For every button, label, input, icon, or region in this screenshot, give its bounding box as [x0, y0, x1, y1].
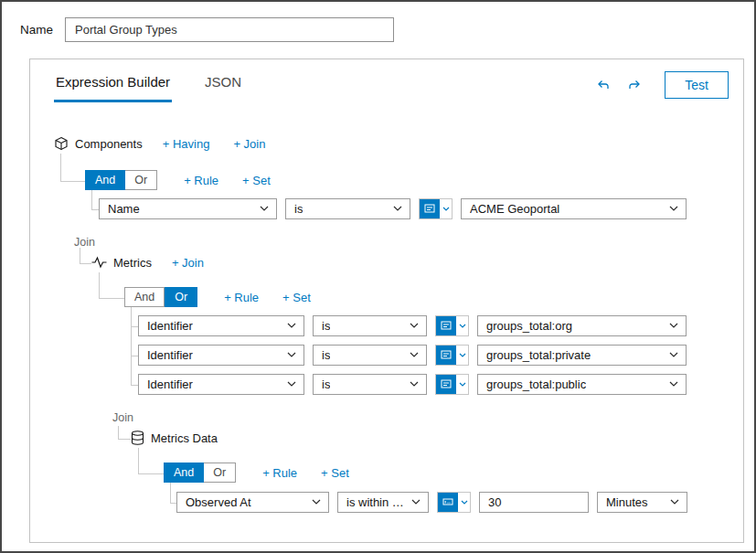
- value-source-dropdown[interactable]: [435, 374, 469, 395]
- value-source-dropdown[interactable]: [437, 492, 471, 513]
- chevron-down-icon: [456, 375, 468, 394]
- chevron-down-icon: [456, 316, 468, 335]
- database-icon: [131, 431, 144, 445]
- add-rule-link[interactable]: + Rule: [184, 174, 218, 187]
- tree-connector: [131, 356, 138, 356]
- field-select-value: Identifier: [147, 348, 193, 362]
- chevron-down-icon: [669, 206, 678, 211]
- add-set-link[interactable]: + Set: [321, 466, 349, 480]
- operator-select[interactable]: is: [313, 374, 427, 395]
- field-select-value: Identifier: [147, 378, 193, 391]
- chevron-down-icon: [669, 323, 678, 328]
- add-join-link[interactable]: + Join: [172, 256, 204, 270]
- operator-select-value: is: [322, 378, 330, 391]
- tab-json[interactable]: JSON: [203, 71, 243, 100]
- metrics-label: Metrics: [113, 256, 152, 270]
- add-having-link[interactable]: + Having: [163, 137, 210, 151]
- field-select[interactable]: Name: [99, 198, 277, 219]
- join-section-label: Join: [112, 409, 133, 426]
- undo-icon[interactable]: [595, 77, 612, 93]
- tree-connector: [131, 326, 138, 327]
- rule-row-components: Name is ACME Geoportal: [99, 198, 687, 218]
- chevron-down-icon: [287, 323, 296, 328]
- chevron-down-icon: [458, 493, 470, 512]
- value-select[interactable]: groups_total:public: [477, 374, 687, 395]
- logic-toggle-group-metrics: And Or + Rule + Set: [124, 287, 311, 307]
- field-select[interactable]: Identifier: [138, 374, 304, 395]
- chevron-down-icon: [440, 199, 452, 218]
- duration-value-input[interactable]: [479, 492, 589, 513]
- chevron-down-icon: [260, 206, 269, 211]
- and-or-toggle: And Or: [85, 170, 157, 190]
- value-source-dropdown[interactable]: [419, 198, 453, 219]
- join-section-label: Join: [74, 234, 95, 250]
- add-rule-link[interactable]: + Rule: [224, 291, 259, 304]
- metrics-row: Metrics + Join: [91, 252, 204, 272]
- chevron-down-icon: [287, 352, 296, 357]
- operator-select[interactable]: is within the l...: [337, 492, 429, 513]
- chevron-down-icon: [669, 352, 678, 357]
- add-rule-link[interactable]: + Rule: [262, 466, 297, 480]
- chevron-down-icon: [312, 499, 321, 505]
- literal-input-icon: [438, 493, 458, 512]
- operator-select-value: is: [322, 319, 330, 333]
- panel-header: Expression Builder JSON Test: [30, 59, 743, 102]
- value-select[interactable]: groups_total:private: [477, 345, 687, 366]
- and-or-toggle: And Or: [164, 463, 236, 483]
- value-select-value: groups_total:private: [486, 348, 591, 362]
- redo-icon[interactable]: [626, 77, 643, 93]
- or-segment[interactable]: Or: [204, 463, 236, 483]
- operator-select[interactable]: is: [313, 345, 427, 366]
- add-join-link[interactable]: + Join: [233, 137, 265, 151]
- tree-connector: [80, 263, 91, 264]
- rule-row-metrics: Identifier is groups_total:public: [138, 374, 687, 394]
- or-segment[interactable]: Or: [165, 287, 197, 307]
- tree-connector: [60, 154, 61, 181]
- operator-select[interactable]: is: [285, 198, 410, 219]
- value-select[interactable]: groups_total:org: [477, 315, 687, 336]
- chevron-down-icon: [411, 499, 421, 505]
- operator-select[interactable]: is: [313, 315, 427, 336]
- operator-select-value: is: [294, 202, 303, 216]
- field-selector-icon: [436, 346, 456, 365]
- chevron-down-icon: [410, 323, 419, 328]
- field-select[interactable]: Identifier: [138, 345, 304, 366]
- value-source-dropdown[interactable]: [435, 345, 469, 366]
- field-select-value: Identifier: [147, 319, 193, 333]
- field-selector-icon: [436, 375, 456, 394]
- tree-connector: [131, 385, 138, 386]
- value-select-value: groups_total:org: [486, 319, 572, 333]
- chevron-down-icon: [670, 499, 679, 505]
- add-set-link[interactable]: + Set: [282, 291, 311, 304]
- tab-expression-builder[interactable]: Expression Builder: [54, 71, 172, 102]
- components-row: Components + Having + Join: [54, 133, 265, 154]
- field-select[interactable]: Observed At: [176, 492, 329, 513]
- header-tools: Test: [595, 71, 729, 99]
- expression-panel: Expression Builder JSON Test: [29, 58, 744, 543]
- join-label: Join: [74, 236, 95, 249]
- tree-connector: [60, 181, 85, 182]
- test-button[interactable]: Test: [665, 71, 729, 99]
- rule-row-metrics-data: Observed At is within the l... Minutes: [176, 492, 687, 512]
- or-segment[interactable]: Or: [125, 170, 157, 190]
- metrics-data-row: Metrics Data: [131, 428, 238, 448]
- tree-connector: [138, 448, 139, 473]
- and-segment[interactable]: And: [164, 463, 204, 483]
- tree-connector: [91, 209, 99, 210]
- field-select[interactable]: Identifier: [138, 315, 304, 336]
- and-segment[interactable]: And: [124, 287, 165, 307]
- and-or-toggle: And Or: [124, 287, 197, 307]
- name-input[interactable]: [65, 17, 394, 42]
- unit-select[interactable]: Minutes: [597, 492, 687, 513]
- expression-tree: Components + Having + Join And Or + Rule…: [30, 59, 743, 542]
- name-label: Name: [20, 23, 53, 37]
- chevron-down-icon: [456, 346, 468, 365]
- add-set-link[interactable]: + Set: [242, 174, 271, 187]
- tree-connector: [99, 298, 124, 299]
- rule-row-metrics: Identifier is groups_total:private: [138, 345, 687, 365]
- value-select[interactable]: ACME Geoportal: [461, 198, 687, 219]
- unit-select-value: Minutes: [606, 495, 648, 509]
- and-segment[interactable]: And: [85, 170, 125, 190]
- value-source-dropdown[interactable]: [435, 315, 469, 336]
- tree-connector: [99, 272, 100, 298]
